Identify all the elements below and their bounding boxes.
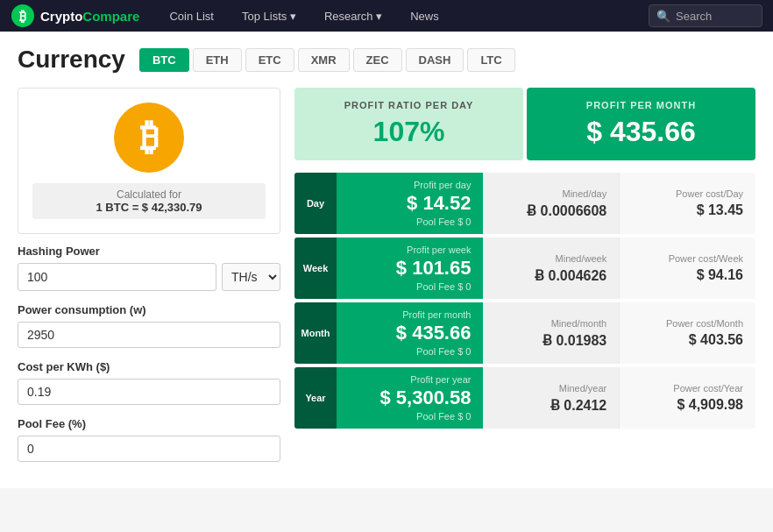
- btc-symbol: ₿: [140, 119, 159, 156]
- row-power: Power cost/Day $ 13.45: [619, 173, 755, 234]
- row-profit: Profit per year $ 5,300.58 Pool Fee $ 0: [337, 367, 483, 429]
- row-mined-label: Mined/day: [562, 188, 606, 199]
- row-profit-fee: Pool Fee $ 0: [416, 281, 471, 292]
- tab-zec[interactable]: ZEC: [353, 48, 402, 72]
- brand-name: CryptoCompare: [40, 9, 139, 24]
- tab-dash[interactable]: DASH: [406, 48, 465, 72]
- row-period-label: Month: [294, 302, 337, 364]
- brand-icon: ₿: [11, 4, 35, 28]
- row-mined-label: Mined/month: [551, 318, 607, 329]
- profit-summary: PROFIT RATIO PER DAY 107% PROFIT PER MON…: [294, 88, 755, 160]
- power-consumption-group: Power consumption (w): [18, 303, 280, 348]
- search-icon: 🔍: [656, 10, 670, 23]
- row-power-value: $ 4,909.98: [677, 397, 743, 413]
- tab-xmr[interactable]: XMR: [298, 48, 350, 72]
- row-profit-label: Profit per year: [410, 374, 471, 385]
- profit-monthly-label: PROFIT PER MONTH: [544, 100, 738, 110]
- coin-logo: ₿: [114, 103, 184, 173]
- row-power-value: $ 94.16: [697, 267, 743, 283]
- row-profit-label: Profit per month: [402, 309, 471, 320]
- table-row: Day Profit per day $ 14.52 Pool Fee $ 0 …: [294, 173, 755, 234]
- profit-monthly-value: $ 435.66: [544, 116, 738, 148]
- cost-kwh-input[interactable]: [18, 379, 280, 405]
- row-mined-value: Ƀ 0.0006608: [527, 202, 606, 219]
- row-mined: Mined/day Ƀ 0.0006608: [483, 173, 619, 234]
- coin-card: ₿ Calculated for 1 BTC = $ 42,330.79: [18, 88, 280, 234]
- row-profit-value: $ 5,300.58: [379, 387, 471, 409]
- row-profit-value: $ 101.65: [396, 257, 472, 280]
- row-mined-label: Mined/week: [556, 253, 607, 264]
- pool-fee-group: Pool Fee (%): [18, 417, 280, 462]
- row-mined-label: Mined/year: [559, 383, 606, 394]
- main-content: Currency BTC ETH ETC XMR ZEC DASH LTC ₿ …: [0, 32, 773, 488]
- row-profit-value: $ 14.52: [407, 192, 471, 215]
- table-row: Month Profit per month $ 435.66 Pool Fee…: [294, 302, 755, 364]
- row-period-label: Week: [294, 238, 337, 299]
- calc-for: Calculated for 1 BTC = $ 42,330.79: [32, 183, 266, 219]
- coin-logo-inner: ₿: [123, 111, 175, 164]
- pool-fee-label: Pool Fee (%): [18, 417, 280, 430]
- brand-crypto: Crypto: [40, 9, 82, 24]
- tab-etc[interactable]: ETC: [245, 48, 294, 72]
- row-profit: Profit per week $ 101.65 Pool Fee $ 0: [337, 238, 483, 299]
- row-profit-fee: Pool Fee $ 0: [416, 411, 471, 422]
- profit-card-monthly: PROFIT PER MONTH $ 435.66: [527, 88, 755, 160]
- calc-for-label: Calculated for: [41, 188, 257, 201]
- row-profit: Profit per day $ 14.52 Pool Fee $ 0: [337, 173, 483, 234]
- row-power-label: Power cost/Day: [676, 188, 743, 199]
- power-consumption-input[interactable]: [18, 322, 280, 348]
- hashing-power-input[interactable]: [18, 263, 216, 291]
- row-power-value: $ 13.45: [697, 202, 743, 218]
- pool-fee-input[interactable]: [18, 436, 280, 462]
- row-period-label: Year: [294, 367, 337, 429]
- row-power-label: Power cost/Year: [673, 383, 743, 394]
- hashing-unit-select[interactable]: TH/s GH/s MH/s: [222, 263, 280, 291]
- row-mined: Mined/week Ƀ 0.004626: [483, 238, 619, 299]
- row-power: Power cost/Year $ 4,909.98: [619, 367, 755, 429]
- nav-top-lists[interactable]: Top Lists ▾: [230, 0, 308, 32]
- row-mined: Mined/month Ƀ 0.01983: [483, 302, 619, 364]
- brand-logo[interactable]: ₿ CryptoCompare: [11, 4, 139, 28]
- profit-daily-label: PROFIT RATIO PER DAY: [312, 100, 506, 110]
- hashing-power-label: Hashing Power: [18, 245, 280, 258]
- nav-links: Coin List Top Lists ▾ Research ▾ News: [157, 0, 631, 32]
- profit-card-daily: PROFIT RATIO PER DAY 107%: [294, 88, 523, 160]
- hashing-power-row: TH/s GH/s MH/s: [18, 263, 280, 291]
- calc-rate: 1 BTC = $ 42,330.79: [41, 201, 257, 214]
- search-box[interactable]: 🔍 Search: [649, 4, 762, 27]
- table-row: Year Profit per year $ 5,300.58 Pool Fee…: [294, 367, 755, 429]
- row-profit-label: Profit per week: [407, 245, 471, 255]
- left-panel: ₿ Calculated for 1 BTC = $ 42,330.79 Has…: [18, 88, 280, 474]
- tab-eth[interactable]: ETH: [193, 48, 242, 72]
- row-profit: Profit per month $ 435.66 Pool Fee $ 0: [337, 302, 483, 364]
- tab-ltc[interactable]: LTC: [467, 48, 514, 72]
- right-panel: PROFIT RATIO PER DAY 107% PROFIT PER MON…: [294, 88, 755, 474]
- page-title: Currency: [18, 46, 125, 74]
- row-power-label: Power cost/Month: [666, 318, 743, 329]
- cost-kwh-label: Cost per KWh ($): [18, 360, 280, 373]
- row-mined-value: Ƀ 0.2412: [550, 397, 606, 414]
- row-profit-fee: Pool Fee $ 0: [416, 346, 471, 357]
- currency-header: Currency BTC ETH ETC XMR ZEC DASH LTC: [18, 46, 755, 74]
- power-consumption-label: Power consumption (w): [18, 303, 280, 316]
- row-profit-value: $ 435.66: [396, 322, 472, 344]
- svg-text:₿: ₿: [19, 9, 26, 24]
- nav-news[interactable]: News: [398, 0, 451, 32]
- row-mined: Mined/year Ƀ 0.2412: [483, 367, 619, 429]
- row-power: Power cost/Week $ 94.16: [619, 238, 755, 299]
- two-col-layout: ₿ Calculated for 1 BTC = $ 42,330.79 Has…: [18, 88, 755, 474]
- data-rows: Day Profit per day $ 14.52 Pool Fee $ 0 …: [294, 173, 755, 429]
- nav-research[interactable]: Research ▾: [312, 0, 394, 32]
- cost-kwh-group: Cost per KWh ($): [18, 360, 280, 405]
- row-profit-label: Profit per day: [414, 180, 471, 190]
- row-mined-value: Ƀ 0.01983: [543, 332, 606, 349]
- row-profit-fee: Pool Fee $ 0: [416, 216, 471, 227]
- tab-btc[interactable]: BTC: [139, 48, 189, 72]
- row-power-label: Power cost/Week: [669, 253, 743, 264]
- nav-coin-list[interactable]: Coin List: [157, 0, 226, 32]
- row-period-label: Day: [294, 173, 337, 234]
- table-row: Week Profit per week $ 101.65 Pool Fee $…: [294, 238, 755, 299]
- row-mined-value: Ƀ 0.004626: [535, 267, 606, 284]
- profit-daily-value: 107%: [312, 116, 506, 148]
- hashing-power-group: Hashing Power TH/s GH/s MH/s: [18, 245, 280, 291]
